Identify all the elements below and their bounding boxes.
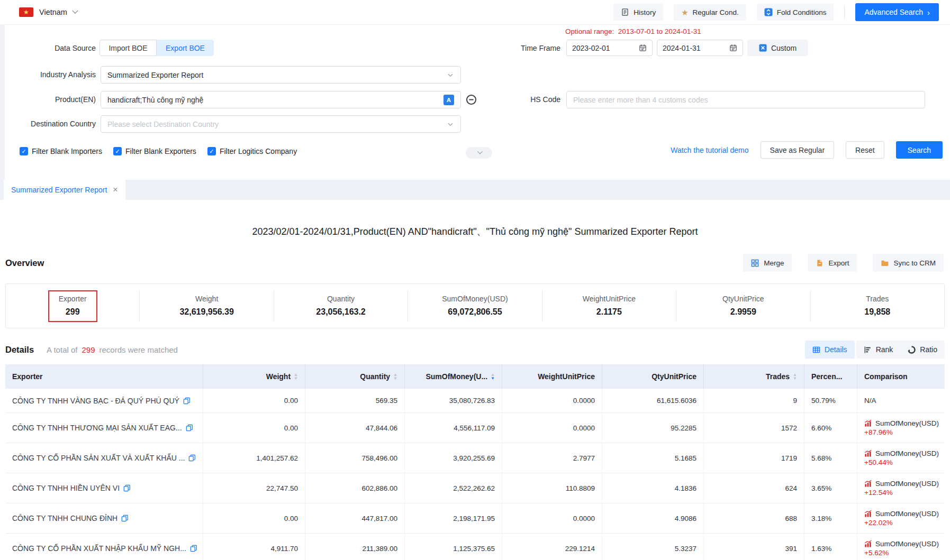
filter-logistics-checkbox[interactable]: ✓ Filter Logitics Company	[207, 147, 297, 155]
header-comparison: Comparison	[857, 364, 945, 389]
checkbox-checked-icon: ✓	[207, 147, 216, 155]
translate-icon[interactable]: A	[444, 95, 454, 105]
filter-blank-importers-checkbox[interactable]: ✓ Filter Blank Importers	[20, 147, 102, 155]
table-row[interactable]: CÔNG TY TNHH VÀNG BẠC - ĐÁ QUÝ PHÚ QUÝ 0…	[5, 389, 945, 413]
weight-unit-price-cell: 110.8809	[502, 473, 602, 503]
reset-button[interactable]: Reset	[846, 141, 884, 159]
header-weight[interactable]: Weight ▲▼	[203, 364, 305, 389]
star-icon: ★	[681, 8, 688, 16]
table-row[interactable]: CÔNG TY TNHH CHUNG ĐỈNH 0.00 447,817.00 …	[5, 503, 945, 534]
folder-icon	[881, 259, 889, 267]
weight-unit-price-cell: 2.7977	[502, 443, 602, 473]
quantity-cell: 569.35	[305, 389, 405, 412]
stat-exporter: Exporter 299	[6, 290, 139, 322]
quantity-cell: 47,844.06	[305, 413, 405, 443]
exporter-name: CÔNG TY TNHH CHUNG ĐỈNH	[12, 514, 117, 522]
sort-carets-active-desc[interactable]: ▲▼	[491, 373, 495, 380]
industry-analysis-select[interactable]: Summarized Exporter Report	[101, 66, 461, 84]
filter-blank-exporters-checkbox[interactable]: ✓ Filter Blank Exporters	[113, 147, 196, 155]
copy-icon[interactable]	[123, 484, 131, 492]
sync-to-crm-button[interactable]: Sync to CRM	[873, 254, 944, 272]
calendar-icon[interactable]	[639, 44, 647, 52]
copy-icon[interactable]	[186, 424, 193, 432]
fold-conditions-icon	[764, 8, 773, 16]
search-button[interactable]: Search	[896, 141, 943, 159]
regular-cond-button[interactable]: ★ Regular Cond.	[674, 4, 746, 21]
trend-up-icon	[864, 449, 872, 457]
export-boe-button[interactable]: Export BOE	[157, 40, 214, 56]
details-table: Exporter Weight ▲▼ Quantity ▲▼ SumOfMone…	[5, 364, 945, 560]
table-row[interactable]: CÔNG TY TNHH THƯƠNG MẠI SẢN XUẤT EAG... …	[5, 413, 945, 443]
date-from-input[interactable]	[566, 40, 653, 56]
save-as-regular-button[interactable]: Save as Regular	[761, 141, 835, 159]
comparison-change: +5.62%	[864, 549, 889, 557]
percent-cell: 6.60%	[804, 413, 857, 443]
highlight-red-box: Exporter 299	[48, 290, 97, 322]
toolbar-actions: History ★ Regular Cond. Fold Conditions …	[613, 3, 950, 21]
destination-country-select[interactable]: Please select Destination Country	[101, 115, 461, 133]
comparison-cell: SumOfMoney(USD) +12.54%	[857, 473, 945, 503]
weight-cell: 4,911.70	[203, 534, 305, 560]
industry-analysis-value: Summarized Exporter Report	[107, 71, 203, 79]
copy-icon[interactable]	[183, 397, 191, 405]
date-to-field[interactable]	[663, 44, 725, 52]
qty-unit-price-cell: 95.2285	[602, 413, 704, 443]
stat-weight-unit-price: WeightUnitPrice 2.1175	[542, 290, 676, 322]
stat-sum-of-money: SumOfMoney(USD) 69,072,806.55	[408, 290, 541, 322]
view-details-button[interactable]: Details	[805, 341, 855, 359]
matched-count: 299	[82, 345, 95, 354]
sort-carets[interactable]: ▲▼	[793, 373, 797, 380]
view-rank-button[interactable]: Rank	[856, 341, 901, 359]
weight-unit-price-cell: 229.1214	[502, 534, 602, 560]
product-en-field[interactable]	[107, 96, 444, 104]
hs-code-input[interactable]	[566, 91, 925, 108]
export-button[interactable]: Export	[808, 254, 857, 272]
custom-icon	[759, 44, 767, 52]
chevron-down-icon	[72, 8, 78, 14]
percent-cell: 3.18%	[804, 503, 857, 533]
ratio-donut-icon	[908, 346, 916, 354]
copy-icon[interactable]	[188, 454, 196, 462]
fold-conditions-button[interactable]: Fold Conditions	[757, 4, 834, 21]
close-icon[interactable]: ×	[113, 186, 117, 194]
tutorial-link[interactable]: Watch the tutorial demo	[671, 146, 748, 154]
copy-icon[interactable]	[121, 515, 129, 522]
import-boe-button[interactable]: Import BOE	[99, 40, 157, 56]
header-sum-of-money[interactable]: SumOfMoney(U... ▲▼	[405, 364, 502, 389]
product-en-input[interactable]: A	[101, 91, 461, 108]
trades-cell: 624	[704, 473, 804, 503]
calendar-icon[interactable]	[729, 44, 737, 52]
weight-unit-price-cell: 0.0000	[502, 389, 602, 412]
destination-country-label: Destination Country	[0, 115, 96, 133]
view-ratio-button[interactable]: Ratio	[900, 341, 945, 359]
table-body: CÔNG TY TNHH VÀNG BẠC - ĐÁ QUÝ PHÚ QUÝ 0…	[5, 389, 945, 560]
hs-code-field[interactable]	[573, 96, 918, 104]
table-row[interactable]: CÔNG TY CỔ PHẦN XUẤT NHẬP KHẨU MỸ NGH...…	[5, 534, 945, 560]
merge-button[interactable]: Merge	[743, 254, 792, 272]
details-header: Details A total of299records were matche…	[5, 340, 945, 359]
table-row[interactable]: CÔNG TY TNHH HIỀN UYÊN VI 22,747.50 602,…	[5, 473, 945, 503]
trend-up-icon	[864, 419, 872, 427]
advanced-search-button[interactable]: Advanced Search ›	[855, 3, 939, 21]
stat-qty-unit-price: QtyUnitPrice 2.9959	[676, 290, 810, 322]
header-quantity[interactable]: Quantity ▲▼	[305, 364, 405, 389]
date-to-input[interactable]	[657, 40, 743, 56]
overview-actions: Merge Export Sync to CRM	[743, 254, 945, 272]
sort-carets[interactable]: ▲▼	[294, 373, 298, 380]
sort-carets[interactable]: ▲▼	[393, 373, 397, 380]
time-frame-label: Time Frame	[466, 40, 560, 57]
history-button[interactable]: History	[613, 4, 663, 21]
date-from-field[interactable]	[572, 44, 635, 52]
trades-cell: 9	[704, 389, 804, 412]
header-trades[interactable]: Trades ▲▼	[704, 364, 804, 389]
expand-conditions-button[interactable]	[466, 147, 492, 159]
custom-range-button[interactable]: Custom	[747, 40, 808, 56]
sum-cell: 3,920,255.69	[405, 443, 502, 473]
tab-summarized-exporter-report[interactable]: Summarized Exporter Report ×	[4, 180, 125, 200]
overview-stats: Exporter 299 Weight 32,619,956.39 Quanti…	[5, 283, 945, 328]
qty-unit-price-cell: 5.3237	[602, 534, 704, 560]
table-row[interactable]: CÔNG TY CỔ PHẦN SẢN XUẤT VÀ XUẤT KHẨU ..…	[5, 443, 945, 473]
country-selector[interactable]: ★ Vietnam	[19, 7, 77, 17]
destination-placeholder: Please select Destination Country	[107, 120, 219, 128]
copy-icon[interactable]	[190, 545, 197, 552]
